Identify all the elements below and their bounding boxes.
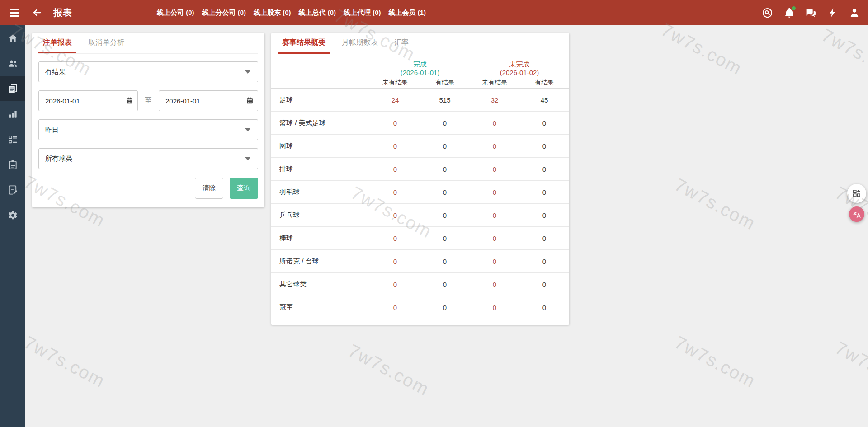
sidebar-item-settings[interactable]: [0, 202, 25, 228]
date-from-input[interactable]: [38, 90, 138, 111]
has-result-count: 515: [420, 96, 470, 104]
sidebar-item-statistics[interactable]: [0, 101, 25, 127]
no-result-count: 0: [370, 211, 420, 219]
table-row: 排球0000: [271, 158, 569, 181]
no-result-count: 32: [470, 96, 519, 104]
notifications-button[interactable]: [783, 7, 795, 19]
documents-icon: [8, 84, 18, 94]
has-result-count: 0: [420, 258, 470, 265]
group-uncompleted: 未完成 (2026-01-02): [470, 60, 569, 77]
translate-icon: [853, 210, 861, 219]
sidebar-item-clipboard[interactable]: [0, 152, 25, 177]
nav-online-member[interactable]: 线上会员 (1): [389, 9, 426, 17]
date-range-select[interactable]: 昨日: [38, 119, 258, 140]
result-summary-table: 完成 (2026-01-01) 未完成 (2026-01-02) 未有结果 有结…: [271, 54, 569, 319]
report-tabs: 赛事结果概要 月帐期数表 汇率: [271, 33, 569, 54]
note-edit-icon: [8, 185, 18, 195]
gear-icon: [8, 210, 18, 221]
table-row: 乒乓球0000: [271, 204, 569, 227]
nav-online-agent[interactable]: 线上代理 (0): [344, 9, 381, 17]
menu-button[interactable]: [8, 6, 21, 19]
table-sub-header: 未有结果 有结果 未有结果 有结果: [271, 77, 569, 89]
nav-online-shareholder[interactable]: 线上股东 (0): [254, 9, 291, 17]
has-result-count: 0: [420, 165, 470, 173]
table-row: 棒球0000: [271, 227, 569, 250]
sidebar-item-users[interactable]: [0, 51, 25, 76]
nav-online-company[interactable]: 线上公司 (0): [157, 9, 194, 17]
no-result-count: 0: [470, 211, 519, 219]
sport-label: 足球: [271, 96, 370, 104]
has-result-count: 0: [519, 235, 569, 242]
tab-monthly-period[interactable]: 月帐期数表: [337, 33, 382, 54]
sidebar-item-home[interactable]: [0, 25, 25, 51]
no-result-count: 0: [470, 119, 519, 127]
group-uncompleted-date: (2026-01-02): [470, 68, 569, 77]
has-result-count: 45: [519, 96, 569, 104]
tab-bet-report[interactable]: 注单报表: [38, 33, 76, 53]
has-result-count: 0: [420, 142, 470, 150]
has-result-count: 0: [519, 119, 569, 127]
sidebar-item-list[interactable]: [0, 127, 25, 152]
messages-button[interactable]: [805, 7, 816, 19]
sport-label: 羽毛球: [271, 188, 370, 197]
date-to-input[interactable]: [159, 90, 258, 111]
has-result-count: 0: [519, 211, 569, 219]
back-button[interactable]: [31, 6, 43, 19]
no-result-count: 0: [370, 304, 420, 311]
has-result-count: 0: [420, 211, 470, 219]
no-result-count: 0: [470, 188, 519, 196]
sidebar-item-notes[interactable]: [0, 177, 25, 202]
no-result-count: 0: [370, 235, 420, 242]
has-result-count: 0: [519, 188, 569, 196]
bar-chart-icon: [8, 109, 18, 119]
report-panel: 赛事结果概要 月帐期数表 汇率 完成 (2026-01-01) 未完成 (202…: [271, 33, 569, 325]
notification-dot: [792, 6, 796, 10]
sport-label: 冠军: [271, 303, 370, 312]
col-no-result-1: 未有结果: [370, 79, 420, 87]
sidebar-item-reports[interactable]: [0, 76, 25, 101]
table-row: 羽毛球0000: [271, 181, 569, 204]
has-result-count: 0: [420, 304, 470, 311]
group-completed-title: 完成: [370, 60, 470, 68]
filter-tabs: 注单报表 取消单分析: [38, 33, 258, 54]
no-result-count: 0: [470, 304, 519, 311]
account-button[interactable]: [849, 7, 860, 19]
sport-label: 斯诺克 / 台球: [271, 257, 370, 266]
has-result-count: 0: [519, 258, 569, 265]
has-result-count: 0: [420, 281, 470, 288]
arrow-back-icon: [32, 7, 42, 18]
tab-cancel-analysis[interactable]: 取消单分析: [84, 33, 129, 53]
no-result-count: 0: [370, 165, 420, 173]
sport-select[interactable]: 所有球类: [38, 148, 258, 169]
user-icon: [849, 7, 860, 18]
widgets-icon: [852, 189, 861, 198]
col-has-result-1: 有结果: [420, 79, 470, 87]
no-result-count: 0: [370, 188, 420, 196]
has-result-count: 0: [420, 235, 470, 242]
no-result-count: 0: [470, 165, 519, 173]
col-has-result-2: 有结果: [519, 79, 569, 87]
nav-online-master-agent[interactable]: 线上总代 (0): [299, 9, 336, 17]
no-result-count: 0: [470, 281, 519, 288]
result-select[interactable]: 有结果: [38, 61, 258, 82]
has-result-count: 0: [519, 304, 569, 311]
widgets-fab[interactable]: [847, 184, 866, 203]
search-button[interactable]: [762, 7, 773, 19]
clipboard-icon: [8, 160, 18, 170]
account-level-nav: 线上公司 (0) 线上分公司 (0) 线上股东 (0) 线上总代 (0) 线上代…: [157, 0, 426, 25]
clear-button[interactable]: 清除: [195, 178, 223, 199]
quick-actions-button[interactable]: [827, 7, 838, 19]
has-result-count: 0: [420, 119, 470, 127]
has-result-count: 0: [420, 188, 470, 196]
query-button[interactable]: 查询: [230, 178, 258, 199]
translate-fab[interactable]: [849, 206, 864, 222]
group-completed-date: (2026-01-01): [370, 68, 470, 77]
sidebar: [0, 25, 25, 427]
nav-online-subcompany[interactable]: 线上分公司 (0): [202, 9, 246, 17]
main-content: 注单报表 取消单分析 有结果 至 昨日 所有球类: [25, 25, 868, 427]
tab-exchange-rate[interactable]: 汇率: [390, 33, 413, 54]
group-completed: 完成 (2026-01-01): [370, 60, 470, 77]
sport-label: 棒球: [271, 234, 370, 243]
tab-event-result-summary[interactable]: 赛事结果概要: [278, 33, 330, 54]
no-result-count: 0: [470, 235, 519, 242]
